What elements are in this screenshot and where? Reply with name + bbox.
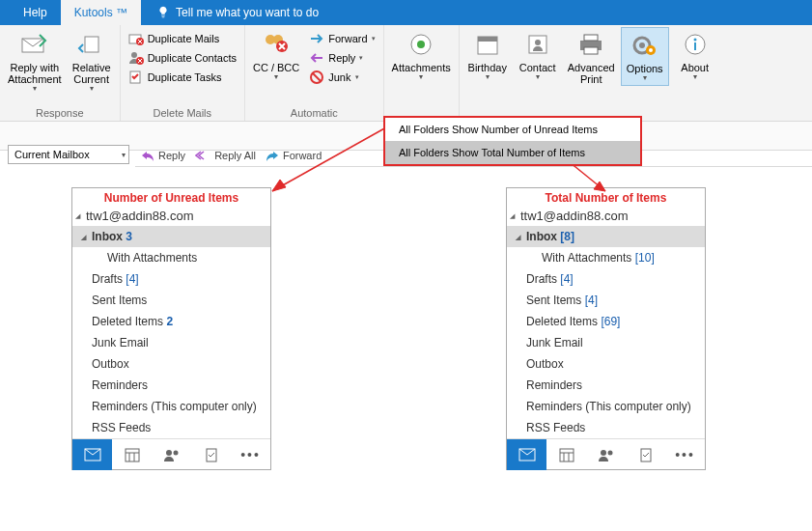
svg-rect-19 [584, 47, 598, 54]
folder-item[interactable]: Sent Items [4] [507, 290, 705, 311]
svg-point-37 [173, 450, 178, 455]
folder-item[interactable]: Junk Email [72, 332, 270, 353]
auto-reply-button[interactable]: Reply▾ [305, 48, 378, 68]
forward-icon [309, 31, 324, 46]
menu-item-unread[interactable]: All Folders Show Number of Unread Items [385, 118, 640, 141]
chevron-down-icon: ▾ [643, 74, 647, 83]
relative-current-button[interactable]: Relative Current ▾ [68, 27, 116, 96]
calendar-view-button[interactable] [546, 439, 586, 470]
advanced-print-button[interactable]: Advanced Print [564, 27, 619, 87]
about-button[interactable]: About ▾ [671, 27, 719, 84]
options-button[interactable]: Options ▾ [621, 27, 669, 86]
tasks-view-button[interactable] [626, 439, 665, 470]
folder-item[interactable]: Outbox [72, 353, 270, 375]
folder-item[interactable]: Drafts [4] [72, 268, 270, 290]
folder-item[interactable]: RSS Feeds [72, 417, 270, 438]
menu-item-total[interactable]: All Folders Show Total Number of Items [385, 141, 640, 164]
folder-item[interactable]: Junk Email [507, 332, 705, 353]
folder-item[interactable]: Inbox 3 [72, 226, 270, 247]
svg-rect-32 [126, 449, 139, 461]
dup-task-icon [128, 70, 144, 85]
svg-point-44 [601, 450, 606, 456]
folder-list-right: Inbox [8]With Attachments [10]Drafts [4]… [507, 226, 705, 438]
divider [135, 166, 812, 167]
mail-view-button[interactable] [507, 439, 546, 470]
junk-button[interactable]: Junk▾ [305, 68, 378, 87]
ccbcc-icon [261, 29, 292, 60]
printer-icon [575, 29, 606, 60]
folder-item[interactable]: With Attachments [72, 247, 270, 268]
chevron-down-icon: ▾ [33, 85, 37, 94]
folder-item[interactable]: Inbox [8] [507, 226, 705, 247]
account-label[interactable]: ttw1@addin88.com [507, 206, 705, 226]
attachments-button[interactable]: Attachments ▾ [388, 27, 455, 84]
svg-point-36 [166, 450, 172, 456]
tell-me-field[interactable]: Tell me what you want to do [141, 6, 319, 19]
folder-item[interactable]: RSS Feeds [507, 417, 705, 438]
folder-item[interactable]: Sent Items [72, 290, 270, 311]
gear-icon [630, 30, 660, 61]
svg-rect-18 [584, 35, 598, 41]
more-views-button[interactable]: ••• [231, 439, 270, 470]
record-icon [406, 29, 436, 60]
duplicate-contacts-button[interactable]: Duplicate Contacts [125, 48, 240, 68]
duplicate-tasks-button[interactable]: Duplicate Tasks [125, 68, 240, 87]
duplicate-mails-button[interactable]: Duplicate Mails [125, 29, 240, 48]
people-view-button[interactable] [586, 439, 626, 470]
account-label[interactable]: ttw1@addin88.com [72, 206, 270, 226]
ribbon: Reply with Attachment ▾ Relative Current… [0, 25, 812, 122]
folder-item[interactable]: Reminders (This computer only) [72, 396, 270, 417]
birthday-button[interactable]: Birthday ▾ [463, 27, 512, 84]
reply-attachment-icon [19, 29, 50, 60]
svg-point-16 [535, 40, 541, 45]
people-view-button[interactable] [152, 439, 191, 470]
chevron-down-icon: ▾ [536, 73, 540, 82]
relative-icon [76, 29, 107, 60]
contact-button[interactable]: Contact ▾ [514, 27, 562, 84]
mail-view-button[interactable] [72, 439, 112, 470]
contact-icon [522, 29, 553, 60]
tab-help[interactable]: Help [10, 0, 61, 25]
group-attachments: Attachments ▾ [384, 25, 460, 121]
options-dropdown-menu: All Folders Show Number of Unread Items … [383, 116, 642, 166]
more-views-button[interactable]: ••• [665, 439, 705, 470]
folder-item[interactable]: Reminders [507, 375, 705, 396]
calendar-icon [125, 447, 140, 462]
dup-contact-icon [128, 50, 144, 66]
group-response: Reply with Attachment ▾ Relative Current… [0, 25, 121, 121]
reply-all-button[interactable]: Reply All [195, 150, 256, 161]
tab-kutools[interactable]: Kutools ™ [61, 0, 141, 25]
folder-list-left: Inbox 3With AttachmentsDrafts [4]Sent It… [72, 226, 270, 438]
svg-rect-14 [478, 37, 497, 42]
reply-button[interactable]: Reply [141, 150, 185, 161]
lightbulb-icon [156, 6, 170, 19]
svg-rect-40 [560, 449, 574, 461]
svg-point-45 [607, 450, 612, 455]
folder-item[interactable]: Deleted Items 2 [72, 311, 270, 332]
chevron-down-icon: ▾ [122, 151, 126, 159]
folder-item[interactable]: Drafts [4] [507, 268, 705, 290]
folder-item[interactable]: Outbox [507, 353, 705, 375]
folder-item[interactable]: Reminders [72, 375, 270, 396]
tasks-view-button[interactable] [191, 439, 231, 470]
auto-forward-button[interactable]: Forward▾ [305, 29, 378, 48]
folder-item[interactable]: Deleted Items [69] [507, 311, 705, 332]
reply-with-attachment-button[interactable]: Reply with Attachment ▾ [4, 27, 66, 96]
tab-bar: Help Kutools ™ Tell me what you want to … [0, 0, 812, 25]
reply-icon [141, 150, 154, 161]
nav-bar: ••• [72, 438, 270, 469]
task-icon [205, 447, 218, 462]
group-delete-mails: Duplicate Mails Duplicate Contacts Dupli… [121, 25, 245, 121]
pane-title: Number of Unread Items [72, 188, 270, 206]
calendar-view-button[interactable] [112, 439, 152, 470]
folder-item[interactable]: With Attachments [10] [507, 247, 705, 268]
svg-point-4 [131, 52, 137, 58]
chevron-down-icon: ▾ [419, 73, 423, 82]
ccbcc-button[interactable]: CC / BCC ▾ [249, 27, 303, 84]
chevron-down-icon: ▾ [274, 73, 278, 82]
svg-point-23 [649, 48, 653, 52]
task-icon [639, 447, 653, 462]
chevron-down-icon: ▾ [693, 73, 697, 82]
mailbox-selector[interactable]: Current Mailbox ▾ [8, 145, 129, 164]
folder-item[interactable]: Reminders (This computer only) [507, 396, 705, 417]
